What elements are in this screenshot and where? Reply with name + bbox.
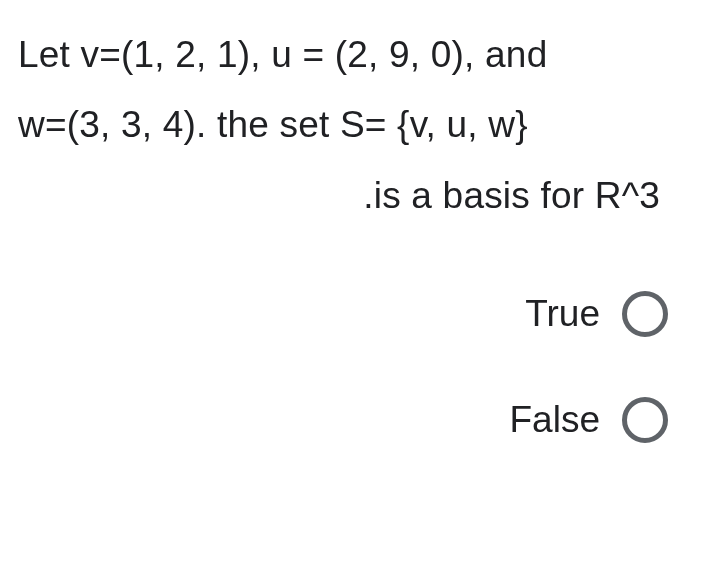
question-line-2: w=(3, 3, 4). the set S= {v, u, w} [18, 90, 690, 160]
option-label-false: False [510, 399, 600, 441]
radio-icon[interactable] [622, 397, 668, 443]
question-line-3: .is a basis for R^3 [18, 161, 690, 231]
option-label-true: True [525, 293, 600, 335]
options-group: True False [18, 291, 690, 443]
radio-icon[interactable] [622, 291, 668, 337]
option-true[interactable]: True [18, 291, 690, 337]
option-false[interactable]: False [18, 397, 690, 443]
question-text: Let v=(1, 2, 1), u = (2, 9, 0), and w=(3… [18, 20, 690, 231]
question-line-1: Let v=(1, 2, 1), u = (2, 9, 0), and [18, 20, 690, 90]
